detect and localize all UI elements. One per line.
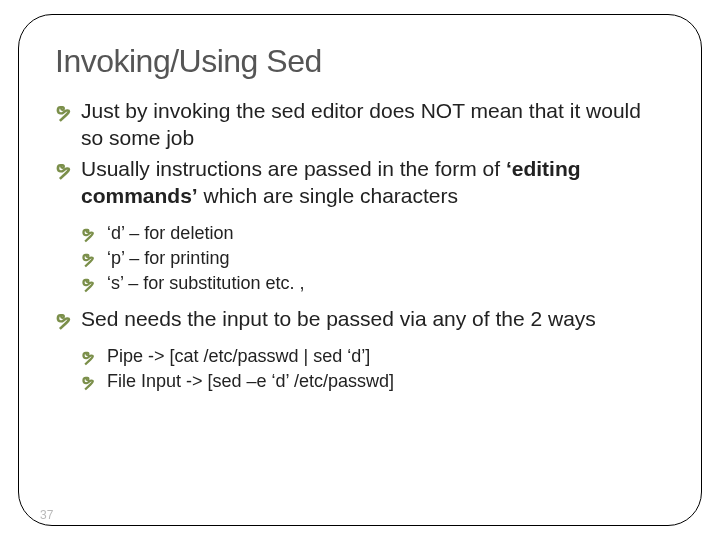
bullet-level1: ຯJust by invoking the sed editor does NO…	[55, 98, 665, 152]
bullet-level2: ຯ‘d’ – for deletion	[55, 222, 665, 245]
bullet-icon: ຯ	[55, 307, 81, 333]
slide: Invoking/Using Sed ຯJust by invoking the…	[0, 0, 720, 540]
bullet-level2: ຯPipe -> [cat /etc/passwd | sed ‘d’]	[55, 345, 665, 368]
page-number: 37	[40, 508, 53, 522]
bullet-icon: ຯ	[81, 273, 107, 295]
bullet-text: Sed needs the input to be passed via any…	[81, 307, 596, 330]
bullet-level1: ຯSed needs the input to be passed via an…	[55, 306, 665, 333]
bullet-text: ‘d’ – for deletion	[107, 223, 233, 243]
bullet-icon: ຯ	[81, 248, 107, 270]
bullet-text: ‘p’ – for printing	[107, 248, 229, 268]
bullet-text-pre: File Input	[107, 371, 186, 391]
bullet-text-pre: Usually instructions are passed in the f…	[81, 157, 506, 180]
bullet-level2: ຯFile Input -> [sed –e ‘d’ /etc/passwd]	[55, 370, 665, 393]
slide-frame: Invoking/Using Sed ຯJust by invoking the…	[18, 14, 702, 526]
bullet-icon: ຯ	[55, 99, 81, 125]
bullet-level2: ຯ‘s’ – for substitution etc. ,	[55, 272, 665, 295]
slide-title: Invoking/Using Sed	[55, 43, 665, 80]
bullet-icon: ຯ	[55, 157, 81, 183]
bullet-text-post: which are single characters	[198, 184, 458, 207]
bullet-text-post: -> [sed –e ‘d’ /etc/passwd]	[186, 371, 394, 391]
bullet-text-post: -> [cat /etc/passwd | sed ‘d’]	[143, 346, 370, 366]
bullet-level1: ຯUsually instructions are passed in the …	[55, 156, 665, 210]
bullet-icon: ຯ	[81, 346, 107, 368]
bullet-text-pre: Pipe	[107, 346, 143, 366]
bullet-icon: ຯ	[81, 371, 107, 393]
bullet-level2: ຯ‘p’ – for printing	[55, 247, 665, 270]
bullet-icon: ຯ	[81, 223, 107, 245]
bullet-text: ‘s’ – for substitution etc. ,	[107, 273, 304, 293]
bullet-text: Just by invoking the sed editor does NOT…	[81, 99, 641, 149]
